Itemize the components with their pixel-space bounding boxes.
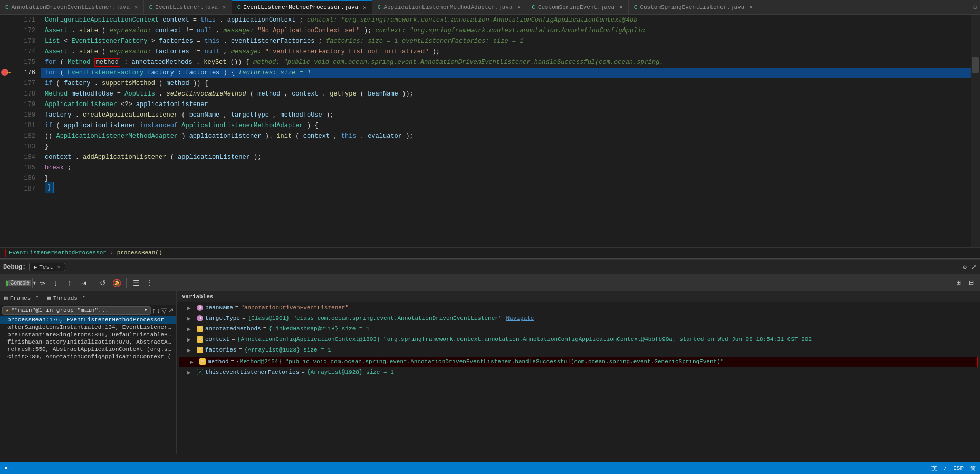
debug-session-tab[interactable]: ▶ Test ✕	[29, 263, 65, 271]
threads-tab-icon: ▦	[47, 295, 51, 301]
frames-tab-arrow: →*	[33, 296, 39, 301]
tab-frames[interactable]: ▤ Frames →*	[0, 291, 43, 305]
run-to-cursor-button[interactable]: ⇥	[78, 277, 89, 289]
var-expand-factories[interactable]: ▶	[187, 347, 195, 354]
tab-label-1: AnnotationDrivenEventListener.java	[12, 4, 130, 11]
thread-selector-label: *"main"@1 in group "main"...	[11, 307, 142, 314]
tab-customspringeventlistener[interactable]: C CustomSpringEventListener.java ✕	[629, 0, 758, 15]
var-expand-beanname[interactable]: ▶	[187, 305, 195, 311]
thread-export[interactable]: ↗	[168, 306, 174, 315]
thread-selector-chevron: ▼	[145, 308, 147, 313]
thread-dropdown[interactable]: ★ *"main"@1 in group "main"... ▼	[2, 306, 151, 315]
thread-nav-down[interactable]: ↓	[157, 306, 160, 315]
gutter-183	[0, 141, 12, 152]
var-row-targettype[interactable]: ▶ p targetType = {Class@1901} "class com…	[177, 314, 980, 325]
var-eq-beanname: =	[235, 305, 239, 311]
var-expand-targettype[interactable]: ▶	[187, 315, 195, 322]
var-val-annotatedmethods: {LinkedHashMap@2118} size = 1	[268, 326, 369, 332]
ln-176: 176	[12, 68, 35, 78]
minimap-gutter	[971, 15, 980, 247]
toolbar-sep-3	[126, 278, 127, 288]
tab-close-3[interactable]: ✕	[363, 4, 367, 11]
gutter-178	[0, 89, 12, 99]
tab-label-6: CustomSpringEventListener.java	[640, 4, 744, 11]
gutter-187	[0, 184, 12, 194]
breadcrumb-method[interactable]: processBean()	[117, 250, 162, 256]
code-line-175: for ( Method method : annotatedMethods .…	[41, 57, 971, 68]
var-row-method[interactable]: ▶ ≡ method = {Method@2154} "public void …	[179, 357, 978, 367]
status-notif: ♪	[944, 465, 947, 471]
tab-close-5[interactable]: ✕	[619, 4, 623, 11]
debug-area: Debug: ▶ Test ✕ ⚙ ⤢ ▶ Console ▼ ⤼ ↓ ↑ ⇥	[0, 259, 980, 454]
var-expand-method[interactable]: ▶	[190, 358, 197, 365]
var-row-beanname[interactable]: ▶ p beanName = "annotationDrivenEventLis…	[177, 304, 980, 314]
tab-close-6[interactable]: ✕	[749, 4, 753, 11]
breadcrumb-class[interactable]: EventListenerMethodProcessor	[9, 250, 107, 256]
tab-bar: C AnnotationDrivenEventListener.java ✕ C…	[0, 0, 980, 15]
tab-eventlistenermethodprocessor[interactable]: C EventListenerMethodProcessor.java ✕	[232, 0, 372, 15]
code-line-171: ConfigurableApplicationContext context =…	[41, 15, 971, 25]
collapse-all-button[interactable]: ⊟	[965, 277, 977, 289]
mute-button[interactable]: 🔕	[111, 277, 122, 289]
code-line-186: }	[41, 173, 971, 184]
more-button[interactable]: ⋮	[144, 277, 156, 289]
tab-applicationlistenermethodadapter[interactable]: C ApplicationListenerMethodAdapter.java …	[372, 0, 526, 15]
ln-179: 179	[12, 99, 35, 110]
frame-item-3[interactable]: finishBeanFactoryInitialization:878, Abs…	[0, 338, 176, 346]
breadcrumb-container: EventListenerMethodProcessor › processBe…	[5, 249, 166, 257]
settings-button[interactable]: ☰	[130, 277, 142, 289]
gutter-171	[0, 15, 12, 25]
debug-expand-icon[interactable]: ⤢	[971, 263, 977, 271]
var-val-targettype: {Class@1901} "class com.ocean.spring.eve…	[248, 315, 502, 321]
frame-item-0[interactable]: processBean:176, EventListenerMethodProc…	[0, 316, 176, 324]
tab-close-2[interactable]: ✕	[223, 4, 226, 11]
thread-filter[interactable]: ▽	[161, 307, 167, 315]
var-row-eventlistenerfactories[interactable]: ▶ ✓ this.eventListenerFactories = {Array…	[177, 368, 980, 378]
var-expand-annotatedmethods[interactable]: ▶	[187, 326, 195, 333]
step-out-button[interactable]: ↑	[64, 277, 75, 289]
debug-session-icon: ▶	[34, 264, 37, 270]
var-row-factories[interactable]: ▶ ≡ factories = {ArrayList@1928} size = …	[177, 346, 980, 356]
var-navigate-targettype[interactable]: Navigate	[506, 315, 534, 321]
tab-customspringevent[interactable]: C CustomSpringEvent.java ✕	[526, 0, 628, 15]
debug-toolbar: ▶ Console ▼ ⤼ ↓ ↑ ⇥ ↺ 🔕 ☰ ⋮ ⊞ ⊟	[0, 274, 980, 291]
step-over-button[interactable]: ⤼	[36, 277, 48, 289]
tab-close-1[interactable]: ✕	[134, 4, 138, 11]
frames-tab-label: Frames	[10, 295, 31, 301]
var-name-elfactories: this.eventListenerFactories	[205, 369, 299, 375]
var-row-annotatedmethods[interactable]: ▶ ≡ annotatedMethods = {LinkedHashMap@21…	[177, 325, 980, 335]
gutter-173	[0, 36, 12, 46]
gutter-179	[0, 99, 12, 110]
ln-185: 185	[12, 163, 35, 173]
tab-annotationdriven[interactable]: C AnnotationDrivenEventListener.java ✕	[0, 0, 144, 15]
var-name-beanname: beanName	[205, 305, 233, 311]
frame-item-5[interactable]: <init>:89, AnnotationConfigApplicationCo…	[0, 353, 176, 361]
status-bar: ● 英 ♪ ESP 简	[0, 462, 980, 474]
frame-item-4[interactable]: refresh:550, AbstractApplicationContext …	[0, 346, 176, 353]
tab-eventlistener[interactable]: C EventListener.java ✕	[144, 0, 232, 15]
gutter-181	[0, 120, 12, 131]
tab-close-4[interactable]: ✕	[517, 4, 521, 11]
debug-settings-icon[interactable]: ⚙	[963, 263, 967, 271]
var-expand-context[interactable]: ▶	[187, 336, 195, 343]
var-row-context[interactable]: ▶ ≡ context = {AnnotationConfigApplicati…	[177, 335, 980, 346]
status-esp: ESP	[953, 465, 964, 471]
split-editor-icon[interactable]: ⊟	[973, 4, 977, 11]
var-expand-elfactories[interactable]: ▶	[187, 369, 195, 376]
ln-175: 175	[12, 57, 35, 68]
thread-nav-up[interactable]: ↑	[152, 306, 156, 315]
minimap-handle[interactable]	[972, 57, 979, 73]
expand-all-button[interactable]: ⊞	[953, 277, 964, 289]
debug-session-close[interactable]: ✕	[57, 264, 61, 270]
tab-threads[interactable]: ▦ Threads →*	[43, 291, 90, 305]
toolbar-sep-2	[93, 278, 93, 288]
frame-item-1[interactable]: afterSingletonsInstantiated:134, EventLi…	[0, 324, 176, 331]
code-line-176: for ( EventListenerFactory factory : fac…	[41, 68, 971, 78]
step-into-button[interactable]: ↓	[50, 277, 62, 289]
reset-button[interactable]: ↺	[97, 277, 109, 289]
console-button[interactable]: Console ▼	[17, 277, 28, 289]
var-val-factories: {ArrayList@1928} size = 1	[244, 347, 331, 353]
frame-item-2[interactable]: preInstantiateSingletons:896, DefaultLis…	[0, 331, 176, 338]
tab-icon-4: C	[378, 4, 381, 11]
method-box: method	[94, 58, 120, 67]
